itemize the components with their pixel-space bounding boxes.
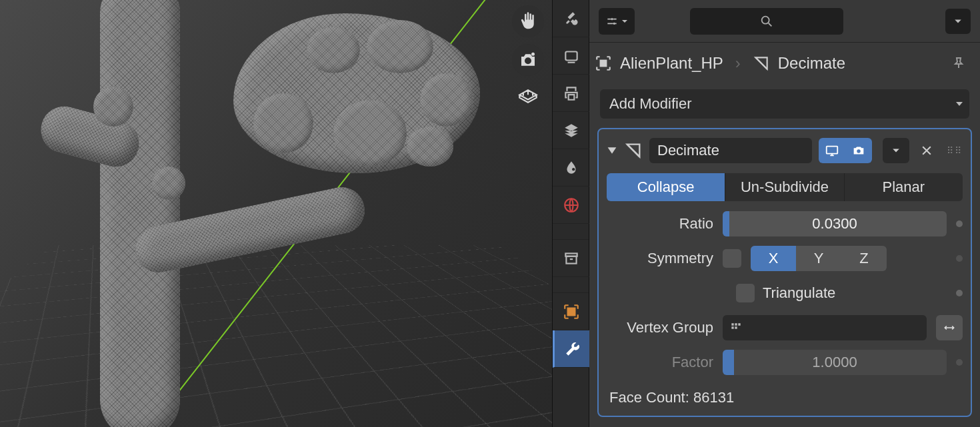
object-outline-icon bbox=[595, 55, 612, 72]
display-viewport-toggle[interactable] bbox=[819, 138, 845, 163]
ratio-field[interactable]: 0.0300 bbox=[723, 211, 947, 236]
properties-panel: AlienPlant_HP › Decimate Add Modifier De… bbox=[589, 0, 980, 427]
svg-point-3 bbox=[572, 168, 575, 171]
3d-viewport[interactable] bbox=[0, 0, 552, 427]
add-modifier-dropdown[interactable]: Add Modifier bbox=[600, 89, 969, 119]
pan-gizmo[interactable] bbox=[512, 5, 544, 37]
modifier-name-text: Decimate bbox=[657, 142, 719, 159]
symmetry-axis-group: X Y Z bbox=[751, 246, 887, 271]
factor-field[interactable]: 1.0000 bbox=[723, 350, 947, 375]
arrows-h-icon bbox=[943, 321, 956, 334]
axis-y[interactable]: Y bbox=[796, 246, 841, 271]
symmetry-label: Symmetry bbox=[607, 250, 713, 267]
vertex-group-field[interactable] bbox=[723, 315, 927, 340]
modifier-name-field[interactable]: Decimate bbox=[649, 138, 812, 163]
chevron-down-icon bbox=[892, 147, 900, 155]
world-icon bbox=[563, 197, 580, 214]
properties-header bbox=[589, 0, 980, 43]
symmetry-checkbox[interactable] bbox=[723, 249, 741, 268]
svg-point-0 bbox=[527, 59, 530, 63]
factor-value: 1.0000 bbox=[812, 354, 857, 371]
breadcrumb-object[interactable]: AlienPlant_HP bbox=[595, 54, 723, 73]
collapse-toggle[interactable] bbox=[607, 145, 617, 156]
add-modifier-label: Add Modifier bbox=[609, 95, 692, 113]
mode-collapse[interactable]: Collapse bbox=[607, 173, 725, 201]
svg-rect-7 bbox=[567, 307, 576, 316]
tab-viewlayer[interactable] bbox=[553, 112, 590, 149]
axis-x[interactable]: X bbox=[751, 246, 796, 271]
camera-gizmo[interactable] bbox=[512, 44, 544, 76]
options-dropdown[interactable] bbox=[945, 9, 971, 34]
svg-rect-2 bbox=[565, 51, 577, 60]
modifier-extras-dropdown[interactable] bbox=[883, 138, 909, 163]
mode-unsubdivide[interactable]: Un-Subdivide bbox=[725, 173, 843, 201]
modifier-delete-button[interactable] bbox=[916, 144, 937, 157]
ratio-value: 0.0300 bbox=[812, 215, 857, 232]
svg-point-1 bbox=[531, 53, 535, 56]
mesh-bump bbox=[152, 167, 185, 200]
modifier-decimate-panel: Decimate ⠿⠿ Collapse Un-Subdivide Planar bbox=[597, 128, 972, 417]
svg-rect-12 bbox=[827, 147, 838, 154]
hand-icon bbox=[518, 11, 538, 31]
render-icon bbox=[563, 47, 580, 65]
svg-point-9 bbox=[613, 22, 615, 24]
grid-floor bbox=[0, 245, 552, 427]
modifier-header: Decimate ⠿⠿ bbox=[607, 136, 963, 165]
tab-output[interactable] bbox=[553, 75, 590, 112]
perspective-gizmo[interactable] bbox=[512, 83, 544, 115]
pin-icon bbox=[951, 55, 967, 71]
tab-modifiers[interactable] bbox=[553, 330, 590, 368]
tab-object[interactable] bbox=[553, 293, 590, 330]
vertex-group-label: Vertex Group bbox=[607, 319, 713, 336]
chevron-down-icon bbox=[621, 18, 628, 25]
triangulate-checkbox[interactable] bbox=[736, 284, 755, 302]
svg-rect-6 bbox=[566, 256, 576, 263]
ratio-label: Ratio bbox=[607, 215, 713, 232]
mode-planar[interactable]: Planar bbox=[844, 173, 963, 201]
chevron-down-icon bbox=[954, 17, 962, 25]
object-icon bbox=[563, 303, 580, 320]
modifier-drag-handle[interactable]: ⠿⠿ bbox=[944, 145, 963, 156]
tab-scene[interactable] bbox=[553, 149, 590, 187]
wrench-screwdriver-icon bbox=[563, 10, 580, 27]
breadcrumb-object-label: AlienPlant_HP bbox=[620, 54, 723, 73]
properties-search[interactable] bbox=[690, 8, 843, 35]
svg-point-8 bbox=[611, 18, 613, 20]
svg-point-10 bbox=[762, 16, 769, 23]
animate-dot[interactable] bbox=[956, 359, 963, 366]
properties-tab-strip bbox=[552, 0, 589, 427]
breadcrumb-modifier-label: Decimate bbox=[778, 54, 845, 73]
decimate-mode-tabs: Collapse Un-Subdivide Planar bbox=[607, 173, 963, 201]
display-render-toggle[interactable] bbox=[845, 138, 872, 163]
pin-button[interactable] bbox=[951, 55, 967, 71]
vertex-group-invert[interactable] bbox=[936, 315, 963, 340]
animate-dot[interactable] bbox=[956, 290, 963, 296]
close-icon bbox=[920, 144, 933, 157]
face-count-label: Face Count: 86131 bbox=[607, 382, 963, 406]
wrench-icon bbox=[564, 340, 581, 358]
mesh-trunk bbox=[100, 0, 180, 427]
grid-icon bbox=[517, 87, 539, 110]
tab-render[interactable] bbox=[553, 37, 590, 75]
decimate-icon bbox=[624, 141, 643, 160]
tab-world[interactable] bbox=[553, 187, 590, 224]
droplet-icon bbox=[563, 159, 580, 177]
printer-icon bbox=[563, 85, 580, 102]
mesh-blob bbox=[233, 13, 480, 173]
axis-z[interactable]: Z bbox=[841, 246, 887, 271]
search-icon bbox=[759, 14, 774, 29]
animate-dot[interactable] bbox=[956, 220, 963, 227]
tab-collection[interactable] bbox=[553, 240, 590, 277]
layers-icon bbox=[563, 122, 580, 139]
monitor-icon bbox=[825, 143, 839, 158]
breadcrumb-separator: › bbox=[735, 54, 741, 73]
tab-tool[interactable] bbox=[553, 0, 590, 37]
triangulate-label: Triangulate bbox=[763, 284, 835, 302]
camera-small-icon bbox=[851, 143, 866, 158]
breadcrumb-modifier[interactable]: Decimate bbox=[753, 54, 845, 73]
vertex-group-icon bbox=[729, 321, 743, 334]
editor-type-selector[interactable] bbox=[599, 8, 635, 35]
factor-label: Factor bbox=[607, 354, 713, 371]
mesh-bump bbox=[93, 87, 133, 127]
animate-dot[interactable] bbox=[956, 255, 963, 262]
